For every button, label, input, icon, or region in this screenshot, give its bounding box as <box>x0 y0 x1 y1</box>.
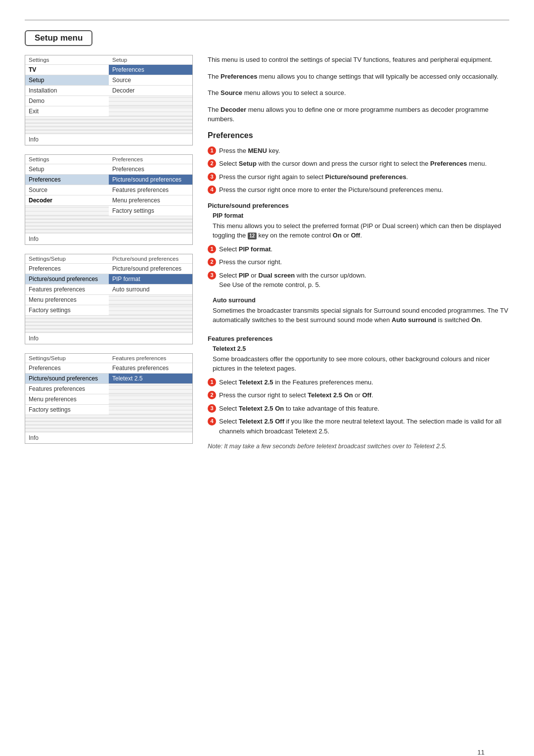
p3r7c2 <box>109 322 192 326</box>
preferences-bold: Preferences <box>221 73 257 80</box>
intro-para4: The Decoder menu allows you to define on… <box>208 105 509 124</box>
panel4-col1-label: Settings/Setup <box>25 354 109 363</box>
picture-sound-title-text: Picture/sound preferences <box>208 202 289 209</box>
panel1-row-8 <box>25 127 192 130</box>
panel2-row-4: Factory settings <box>25 205 192 216</box>
pref-step-4-num: 4 <box>208 186 216 194</box>
panel2-row-1: Preferences Picture/sound preferences <box>25 174 192 185</box>
panel3-row-6 <box>25 319 192 322</box>
auto-surround-title: Auto surround <box>208 297 509 304</box>
panel1-r4-c2 <box>109 106 192 116</box>
p2r8c2 <box>109 226 192 230</box>
p4r6c2 <box>109 418 192 422</box>
panel3-footer: Info <box>25 332 192 344</box>
page-title-box: Setup menu <box>25 30 92 46</box>
p2r4c1 <box>25 205 109 216</box>
p3r5c2 <box>109 315 192 319</box>
panel2-col2-label: Preferences <box>109 155 192 164</box>
intro-para3: The Source menu allows you to select a s… <box>208 88 509 98</box>
pref-step-2: 2 Select Setup with the cursor down and … <box>208 159 509 169</box>
panel1-row-5 <box>25 116 192 120</box>
teletext-step-2-text: Press the cursor right to select Teletex… <box>219 390 373 400</box>
panel2-row-5 <box>25 216 192 219</box>
panel3-row-3: Menu preferences <box>25 294 192 305</box>
panel1-row-2: Installation Decoder <box>25 85 192 95</box>
p1r6c2 <box>109 120 192 123</box>
teletext-step-4-num: 4 <box>208 417 216 425</box>
p4r2c1: Features preferences <box>25 383 109 394</box>
panel1-r0-c2: Preferences <box>109 64 192 75</box>
pref-step-3-text: Press the cursor right again to select P… <box>219 172 408 182</box>
panel3-row-1: Picture/sound preferences PIP format <box>25 274 192 284</box>
panel1-r3-c2 <box>109 95 192 106</box>
p4r8c2 <box>109 425 192 428</box>
panel2-header: Settings Preferences <box>25 155 192 164</box>
teletext-step-4: 4 Select Teletext 2.5 Off if you like th… <box>208 417 509 436</box>
p2r3c2: Menu preferences <box>109 195 192 205</box>
p2r6c2 <box>109 219 192 223</box>
p2r4c2: Factory settings <box>109 205 192 216</box>
page-title: Setup menu <box>35 33 83 43</box>
panel4-row-8 <box>25 425 192 428</box>
pip-step-2-text: Press the cursor right. <box>219 257 282 267</box>
pref-step-3-num: 3 <box>208 173 216 181</box>
panel4-row-4: Factory settings <box>25 404 192 415</box>
panel1-footer: Info <box>25 134 192 145</box>
panel1-row-0: TV Preferences <box>25 64 192 75</box>
pref-step-1: 1 Press the MENU key. <box>208 146 509 156</box>
p2r3c1: Decoder <box>25 195 109 205</box>
p2r2c2: Features preferences <box>109 185 192 195</box>
left-column: Settings Setup TV Preferences Setup Sour… <box>25 55 193 453</box>
pip-step-2-num: 2 <box>208 258 216 266</box>
pref-step-2-num: 2 <box>208 159 216 168</box>
pip-desc: This menu allows you to select the prefe… <box>208 221 509 240</box>
panel3-col2-label: Picture/sound preferences <box>109 254 192 263</box>
teletext-desc: Some broadcasters offer the opportunity … <box>208 354 509 374</box>
panel2-row-8 <box>25 226 192 230</box>
intro-para1-text: This menu is used to control the setting… <box>208 56 492 63</box>
p4r3c1: Menu preferences <box>25 394 109 404</box>
page-layout: Settings Setup TV Preferences Setup Sour… <box>25 55 509 453</box>
panel1-r4-c1: Exit <box>25 106 109 116</box>
p2r6c1 <box>25 219 109 223</box>
p2r8c1 <box>25 226 109 230</box>
p3r9c2 <box>109 329 192 332</box>
p1r7c2 <box>109 123 192 127</box>
top-divider <box>25 20 509 20</box>
p4r3c2 <box>109 394 192 404</box>
p2r0c2: Preferences <box>109 164 192 174</box>
panel1-row-6 <box>25 120 192 123</box>
p4r9c2 <box>109 428 192 432</box>
p3r9c1 <box>25 329 109 332</box>
panel2-row-0: Setup Preferences <box>25 164 192 174</box>
p3r4c2 <box>109 305 192 315</box>
panel2-row-9 <box>25 230 192 233</box>
p1r5c2 <box>109 116 192 120</box>
p2r1c2: Picture/sound preferences <box>109 174 192 185</box>
p2r7c2 <box>109 223 192 226</box>
pip-step-2: 2 Press the cursor right. <box>208 257 509 267</box>
panel1-row-3: Demo <box>25 95 192 106</box>
menu-panel-1: Settings Setup TV Preferences Setup Sour… <box>25 55 193 145</box>
panel3-row-2: Features preferences Auto surround <box>25 284 192 294</box>
p4r0c2: Features preferences <box>109 363 192 373</box>
teletext-step-1-text: Select Teletext 2.5 in the Features pref… <box>219 378 373 387</box>
features-pref-title-text: Features preferences <box>208 335 273 342</box>
teletext-step-2-num: 2 <box>208 391 216 399</box>
p4r8c1 <box>25 425 109 428</box>
teletext-step-1: 1 Select Teletext 2.5 in the Features pr… <box>208 378 509 387</box>
p3r2c2: Auto surround <box>109 284 192 294</box>
features-pref-title: Features preferences <box>208 335 509 342</box>
pip-step-1-num: 1 <box>208 245 216 253</box>
panel1-r3-c1: Demo <box>25 95 109 106</box>
teletext-step-2: 2 Press the cursor right to select Telet… <box>208 390 509 400</box>
panel3-row-7 <box>25 322 192 326</box>
p2r5c1 <box>25 216 109 219</box>
picture-sound-title: Picture/sound preferences <box>208 202 509 209</box>
teletext-step-3: 3 Select Teletext 2.5 On to take advanta… <box>208 404 509 414</box>
panel1-row-4: Exit <box>25 106 192 116</box>
pip-step-3: 3 Select PIP or Dual screen with the cur… <box>208 271 509 290</box>
pref-step-4-text: Press the cursor right once more to ente… <box>219 185 443 195</box>
panel3-header: Settings/Setup Picture/sound preferences <box>25 254 192 263</box>
p1r9c2 <box>109 130 192 134</box>
